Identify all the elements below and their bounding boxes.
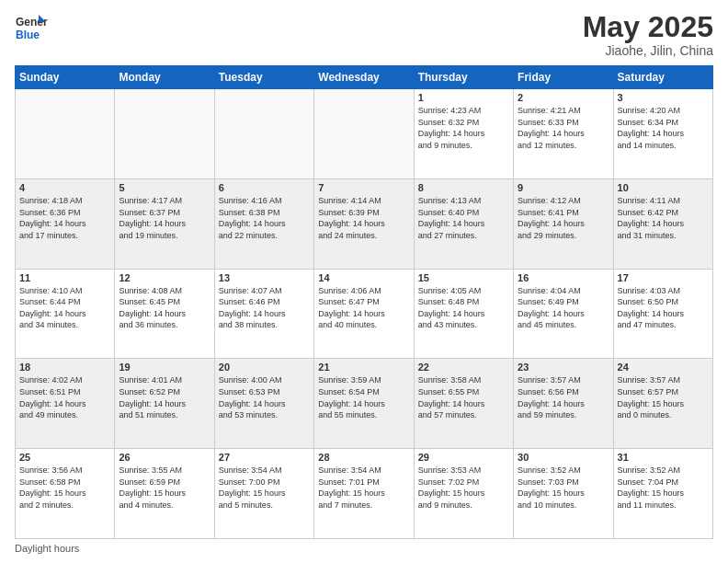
calendar-cell: 28Sunrise: 3:54 AM Sunset: 7:01 PM Dayli… [314, 449, 414, 539]
calendar-week-3: 11Sunrise: 4:10 AM Sunset: 6:44 PM Dayli… [16, 269, 713, 359]
day-info: Sunrise: 3:56 AM Sunset: 6:58 PM Dayligh… [19, 465, 86, 510]
day-info: Sunrise: 4:05 AM Sunset: 6:48 PM Dayligh… [418, 286, 485, 330]
calendar-cell: 17Sunrise: 4:03 AM Sunset: 6:50 PM Dayli… [613, 269, 712, 359]
day-number: 16 [518, 272, 609, 283]
calendar-cell: 19Sunrise: 4:01 AM Sunset: 6:52 PM Dayli… [115, 359, 214, 449]
calendar-cell: 21Sunrise: 3:59 AM Sunset: 6:54 PM Dayli… [314, 359, 414, 449]
day-info: Sunrise: 4:23 AM Sunset: 6:32 PM Dayligh… [418, 106, 485, 150]
day-info: Sunrise: 4:10 AM Sunset: 6:44 PM Dayligh… [19, 286, 86, 330]
day-info: Sunrise: 3:52 AM Sunset: 7:03 PM Dayligh… [518, 465, 585, 510]
day-info: Sunrise: 3:54 AM Sunset: 7:00 PM Dayligh… [219, 465, 286, 510]
svg-text:Blue: Blue [16, 29, 40, 41]
calendar-cell: 13Sunrise: 4:07 AM Sunset: 6:46 PM Dayli… [214, 269, 313, 359]
col-thursday: Thursday [414, 66, 513, 89]
day-number: 1 [418, 92, 509, 103]
location: Jiaohe, Jilin, China [583, 43, 713, 58]
day-number: 6 [219, 182, 310, 193]
day-info: Sunrise: 4:13 AM Sunset: 6:40 PM Dayligh… [418, 196, 485, 240]
day-number: 29 [418, 452, 509, 463]
calendar-cell: 10Sunrise: 4:11 AM Sunset: 6:42 PM Dayli… [613, 178, 712, 269]
calendar-cell: 24Sunrise: 3:57 AM Sunset: 6:57 PM Dayli… [613, 359, 712, 449]
day-info: Sunrise: 3:52 AM Sunset: 7:04 PM Dayligh… [618, 465, 685, 510]
col-sunday: Sunday [16, 66, 115, 89]
calendar-cell [16, 89, 115, 179]
day-number: 4 [19, 182, 110, 193]
day-number: 2 [518, 92, 609, 103]
day-number: 15 [418, 272, 509, 283]
day-number: 18 [19, 362, 110, 373]
day-number: 13 [219, 272, 310, 283]
day-info: Sunrise: 3:54 AM Sunset: 7:01 PM Dayligh… [318, 465, 385, 510]
calendar-cell: 7Sunrise: 4:14 AM Sunset: 6:39 PM Daylig… [314, 178, 414, 269]
calendar-cell [214, 89, 313, 179]
calendar-cell: 11Sunrise: 4:10 AM Sunset: 6:44 PM Dayli… [16, 269, 115, 359]
day-info: Sunrise: 4:02 AM Sunset: 6:51 PM Dayligh… [19, 375, 86, 419]
day-info: Sunrise: 4:04 AM Sunset: 6:49 PM Dayligh… [518, 286, 585, 330]
day-number: 19 [119, 362, 210, 373]
month-title: May 2025 [583, 11, 713, 43]
calendar-cell: 14Sunrise: 4:06 AM Sunset: 6:47 PM Dayli… [314, 269, 414, 359]
day-number: 9 [518, 182, 609, 193]
day-number: 17 [618, 272, 709, 283]
calendar-week-5: 25Sunrise: 3:56 AM Sunset: 6:58 PM Dayli… [16, 449, 713, 539]
day-number: 23 [518, 362, 609, 373]
calendar-cell: 18Sunrise: 4:02 AM Sunset: 6:51 PM Dayli… [16, 359, 115, 449]
calendar-cell: 4Sunrise: 4:18 AM Sunset: 6:36 PM Daylig… [16, 178, 115, 269]
day-info: Sunrise: 4:08 AM Sunset: 6:45 PM Dayligh… [119, 286, 186, 330]
day-number: 14 [318, 272, 409, 283]
day-info: Sunrise: 3:59 AM Sunset: 6:54 PM Dayligh… [318, 375, 385, 419]
day-info: Sunrise: 4:11 AM Sunset: 6:42 PM Dayligh… [618, 196, 685, 240]
calendar-cell: 22Sunrise: 3:58 AM Sunset: 6:55 PM Dayli… [414, 359, 513, 449]
calendar-cell: 20Sunrise: 4:00 AM Sunset: 6:53 PM Dayli… [214, 359, 313, 449]
day-number: 28 [318, 452, 409, 463]
day-info: Sunrise: 4:20 AM Sunset: 6:34 PM Dayligh… [618, 106, 685, 150]
day-number: 24 [618, 362, 709, 373]
day-number: 25 [19, 452, 110, 463]
calendar-cell: 12Sunrise: 4:08 AM Sunset: 6:45 PM Dayli… [115, 269, 214, 359]
logo-svg: General Blue [15, 11, 48, 44]
day-info: Sunrise: 4:12 AM Sunset: 6:41 PM Dayligh… [518, 196, 585, 240]
day-info: Sunrise: 3:57 AM Sunset: 6:56 PM Dayligh… [518, 375, 585, 419]
day-info: Sunrise: 4:03 AM Sunset: 6:50 PM Dayligh… [618, 286, 685, 330]
logo: General Blue [15, 11, 48, 44]
day-number: 30 [518, 452, 609, 463]
page: General Blue May 2025 Jiaohe, Jilin, Chi… [0, 0, 728, 563]
calendar-cell: 5Sunrise: 4:17 AM Sunset: 6:37 PM Daylig… [115, 178, 214, 269]
day-info: Sunrise: 4:14 AM Sunset: 6:39 PM Dayligh… [318, 196, 385, 240]
calendar-cell: 6Sunrise: 4:16 AM Sunset: 6:38 PM Daylig… [214, 178, 313, 269]
calendar-cell: 31Sunrise: 3:52 AM Sunset: 7:04 PM Dayli… [613, 449, 712, 539]
calendar-cell: 30Sunrise: 3:52 AM Sunset: 7:03 PM Dayli… [514, 449, 613, 539]
calendar-cell: 2Sunrise: 4:21 AM Sunset: 6:33 PM Daylig… [514, 89, 613, 179]
calendar-cell: 27Sunrise: 3:54 AM Sunset: 7:00 PM Dayli… [214, 449, 313, 539]
day-info: Sunrise: 4:17 AM Sunset: 6:37 PM Dayligh… [119, 196, 186, 240]
day-number: 21 [318, 362, 409, 373]
calendar-header-row: Sunday Monday Tuesday Wednesday Thursday… [16, 66, 713, 89]
day-number: 12 [119, 272, 210, 283]
day-info: Sunrise: 3:53 AM Sunset: 7:02 PM Dayligh… [418, 465, 485, 510]
day-info: Sunrise: 4:07 AM Sunset: 6:46 PM Dayligh… [219, 286, 286, 330]
calendar-table: Sunday Monday Tuesday Wednesday Thursday… [15, 65, 713, 539]
day-number: 10 [618, 182, 709, 193]
day-info: Sunrise: 4:01 AM Sunset: 6:52 PM Dayligh… [119, 375, 186, 419]
calendar-week-4: 18Sunrise: 4:02 AM Sunset: 6:51 PM Dayli… [16, 359, 713, 449]
day-number: 3 [618, 92, 709, 103]
title-block: May 2025 Jiaohe, Jilin, China [583, 11, 713, 58]
day-number: 22 [418, 362, 509, 373]
day-info: Sunrise: 4:06 AM Sunset: 6:47 PM Dayligh… [318, 286, 385, 330]
day-number: 8 [418, 182, 509, 193]
calendar-cell: 3Sunrise: 4:20 AM Sunset: 6:34 PM Daylig… [613, 89, 712, 179]
day-number: 5 [119, 182, 210, 193]
col-wednesday: Wednesday [314, 66, 414, 89]
calendar-cell [115, 89, 214, 179]
col-tuesday: Tuesday [214, 66, 313, 89]
calendar-cell [314, 89, 414, 179]
day-number: 11 [19, 272, 110, 283]
day-info: Sunrise: 4:00 AM Sunset: 6:53 PM Dayligh… [219, 375, 286, 419]
day-info: Sunrise: 4:18 AM Sunset: 6:36 PM Dayligh… [19, 196, 86, 240]
calendar-cell: 29Sunrise: 3:53 AM Sunset: 7:02 PM Dayli… [414, 449, 513, 539]
calendar-cell: 26Sunrise: 3:55 AM Sunset: 6:59 PM Dayli… [115, 449, 214, 539]
calendar-cell: 16Sunrise: 4:04 AM Sunset: 6:49 PM Dayli… [514, 269, 613, 359]
calendar-cell: 8Sunrise: 4:13 AM Sunset: 6:40 PM Daylig… [414, 178, 513, 269]
day-info: Sunrise: 4:21 AM Sunset: 6:33 PM Dayligh… [518, 106, 585, 150]
calendar-cell: 23Sunrise: 3:57 AM Sunset: 6:56 PM Dayli… [514, 359, 613, 449]
